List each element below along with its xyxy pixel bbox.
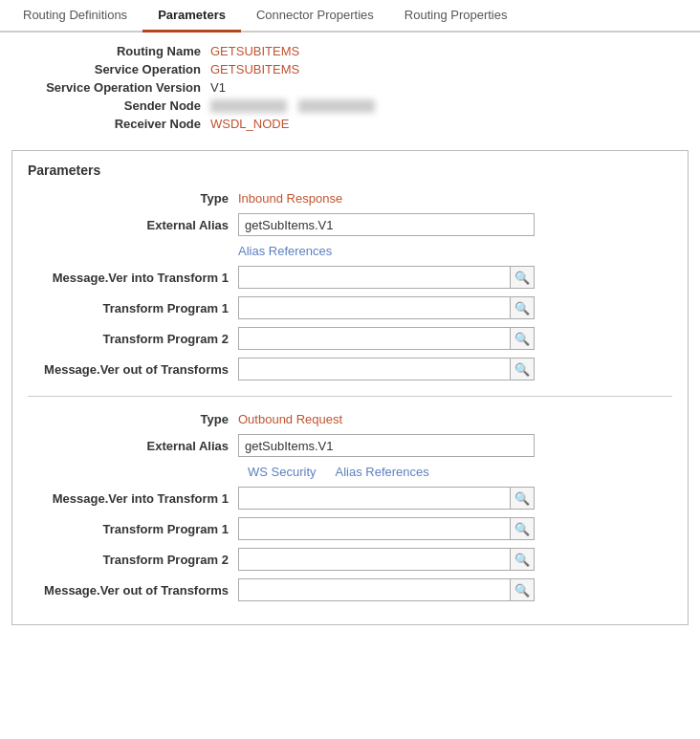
- tab-bar: Routing Definitions Parameters Connector…: [0, 0, 700, 33]
- inbound-external-alias-input[interactable]: [238, 213, 535, 236]
- inbound-block: Type Inbound Response External Alias Ali…: [28, 191, 672, 380]
- receiver-node-row: Receiver Node WSDL_NODE: [19, 117, 681, 131]
- inbound-alias-references-row: Alias References: [28, 244, 672, 258]
- inbound-type-value: Inbound Response: [238, 191, 342, 206]
- inbound-msg-ver-into-row: Message.Ver into Transform 1 🔍: [28, 266, 672, 289]
- inbound-type-row: Type Inbound Response: [28, 191, 672, 206]
- inbound-transform-2-label: Transform Program 2: [28, 332, 238, 346]
- outbound-msg-ver-into-label: Message.Ver into Transform 1: [28, 491, 238, 506]
- alias-references-spacer: Alias References: [317, 465, 672, 479]
- outbound-alias-references-link[interactable]: Alias References: [336, 465, 429, 479]
- outbound-transform-2-input[interactable]: [238, 548, 510, 571]
- search-icon: 🔍: [514, 553, 530, 567]
- section-divider: [28, 396, 672, 397]
- inbound-transform-2-input[interactable]: [238, 327, 510, 350]
- search-icon: 🔍: [514, 491, 530, 506]
- outbound-transform-1-label: Transform Program 1: [28, 522, 238, 536]
- service-operation-value: GETSUBITEMS: [210, 62, 299, 76]
- outbound-transform-2-row: Transform Program 2 🔍: [28, 548, 672, 571]
- service-operation-version-label: Service Operation Version: [19, 80, 210, 95]
- outbound-type-row: Type Outbound Request: [28, 412, 672, 426]
- inbound-transform-1-label: Transform Program 1: [28, 301, 238, 315]
- outbound-external-alias-input[interactable]: [238, 434, 535, 457]
- service-operation-label: Service Operation: [19, 62, 210, 76]
- inbound-msg-ver-out-label: Message.Ver out of Transforms: [28, 362, 238, 377]
- inbound-type-label: Type: [28, 191, 238, 206]
- inbound-msg-ver-out-field: 🔍: [238, 358, 535, 380]
- outbound-msg-ver-out-row: Message.Ver out of Transforms 🔍: [28, 578, 672, 601]
- search-icon: 🔍: [514, 301, 530, 315]
- outbound-block: Type Outbound Request External Alias WS …: [28, 412, 672, 601]
- service-operation-version-value: V1: [210, 80, 226, 95]
- outbound-transform-2-field: 🔍: [238, 548, 535, 571]
- outbound-msg-ver-out-field: 🔍: [238, 578, 535, 601]
- outbound-transform-1-search-button[interactable]: 🔍: [510, 517, 535, 540]
- sender-node-label: Sender Node: [19, 98, 210, 113]
- inbound-transform-2-row: Transform Program 2 🔍: [28, 327, 672, 350]
- outbound-msg-ver-out-label: Message.Ver out of Transforms: [28, 583, 238, 598]
- receiver-node-label: Receiver Node: [19, 117, 210, 131]
- search-icon: 🔍: [514, 522, 530, 536]
- inbound-external-alias-label: External Alias: [28, 218, 238, 232]
- tab-parameters[interactable]: Parameters: [142, 0, 241, 33]
- search-icon: 🔍: [514, 271, 530, 285]
- inbound-msg-ver-into-label: Message.Ver into Transform 1: [28, 271, 238, 285]
- routing-name-value: GETSUBITEMS: [210, 44, 299, 58]
- search-icon: 🔍: [514, 332, 530, 346]
- inbound-transform-2-field: 🔍: [238, 327, 535, 350]
- inbound-msg-ver-into-input[interactable]: [238, 266, 510, 289]
- tab-routing-definitions[interactable]: Routing Definitions: [8, 0, 142, 33]
- outbound-transform-1-input[interactable]: [238, 517, 510, 540]
- outbound-type-value: Outbound Request: [238, 412, 342, 426]
- header-info: Routing Name GETSUBITEMS Service Operati…: [0, 33, 700, 142]
- outbound-msg-ver-into-search-button[interactable]: 🔍: [510, 487, 535, 510]
- section-title: Parameters: [28, 163, 672, 178]
- inbound-msg-ver-into-search-button[interactable]: 🔍: [510, 266, 535, 289]
- inbound-transform-2-search-button[interactable]: 🔍: [510, 327, 535, 350]
- service-operation-row: Service Operation GETSUBITEMS: [19, 62, 681, 76]
- inbound-alias-references-link[interactable]: Alias References: [238, 244, 332, 258]
- outbound-transform-1-field: 🔍: [238, 517, 535, 540]
- outbound-transform-2-search-button[interactable]: 🔍: [510, 548, 535, 571]
- inbound-msg-ver-into-field: 🔍: [238, 266, 535, 289]
- outbound-msg-ver-out-input[interactable]: [238, 578, 510, 601]
- inbound-transform-1-field: 🔍: [238, 296, 535, 319]
- inbound-transform-1-input[interactable]: [238, 296, 510, 319]
- routing-name-row: Routing Name GETSUBITEMS: [19, 44, 681, 58]
- parameters-section: Parameters Type Inbound Response Externa…: [11, 150, 689, 625]
- search-icon: 🔍: [514, 583, 530, 598]
- sender-node-value-2: [298, 99, 375, 113]
- inbound-transform-1-search-button[interactable]: 🔍: [510, 296, 535, 319]
- tab-connector-properties[interactable]: Connector Properties: [241, 0, 389, 33]
- outbound-msg-ver-into-input[interactable]: [238, 487, 510, 510]
- outbound-external-alias-label: External Alias: [28, 439, 238, 453]
- outbound-transform-2-label: Transform Program 2: [28, 553, 238, 567]
- inbound-external-alias-row: External Alias: [28, 213, 672, 236]
- sender-node-value: [210, 99, 287, 113]
- ws-security-link[interactable]: WS Security: [248, 465, 317, 479]
- inbound-msg-ver-out-search-button[interactable]: 🔍: [510, 358, 535, 380]
- search-icon: 🔍: [514, 362, 530, 377]
- sender-node-row: Sender Node: [19, 98, 681, 113]
- inbound-transform-1-row: Transform Program 1 🔍: [28, 296, 672, 319]
- inbound-msg-ver-out-input[interactable]: [238, 358, 510, 380]
- receiver-node-value: WSDL_NODE: [210, 117, 289, 131]
- outbound-msg-ver-out-search-button[interactable]: 🔍: [510, 578, 535, 601]
- outbound-type-label: Type: [28, 412, 238, 426]
- tab-routing-properties[interactable]: Routing Properties: [389, 0, 523, 33]
- outbound-ws-alias-row: WS Security Alias References: [28, 465, 672, 479]
- outbound-external-alias-row: External Alias: [28, 434, 672, 457]
- inbound-msg-ver-out-row: Message.Ver out of Transforms 🔍: [28, 358, 672, 380]
- outbound-msg-ver-into-row: Message.Ver into Transform 1 🔍: [28, 487, 672, 510]
- routing-name-label: Routing Name: [19, 44, 210, 58]
- service-operation-version-row: Service Operation Version V1: [19, 80, 681, 95]
- outbound-msg-ver-into-field: 🔍: [238, 487, 535, 510]
- outbound-transform-1-row: Transform Program 1 🔍: [28, 517, 672, 540]
